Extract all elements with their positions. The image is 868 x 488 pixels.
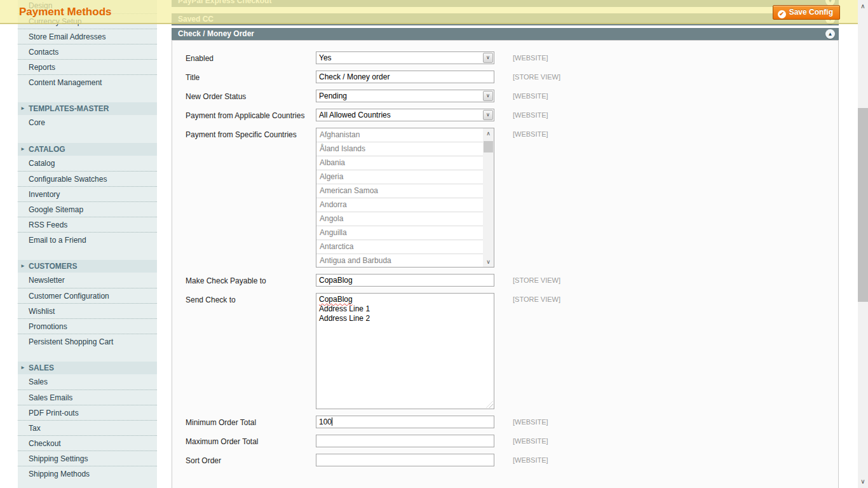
field-label: Title: [186, 71, 316, 83]
sidebar-item-list: NewsletterCustomer ConfigurationWishlist…: [18, 273, 157, 349]
scope-label: [STORE VIEW]: [513, 293, 560, 409]
sidebar-section-label: CATALOG: [29, 145, 65, 154]
sidebar-item-content-management[interactable]: Content Management: [18, 74, 157, 90]
maximum-order-total-input[interactable]: [316, 435, 494, 447]
sidebar-section-header[interactable]: ►CUSTOMERS: [18, 260, 157, 273]
config-form: EnabledYes∨[WEBSITE]TitleCheck / Money o…: [186, 51, 838, 466]
option-american-samoa[interactable]: American Samoa: [316, 184, 483, 198]
sidebar-item-shipping-methods[interactable]: Shipping Methods: [18, 466, 157, 481]
option-andorra[interactable]: Andorra: [316, 198, 483, 212]
option-algeria[interactable]: Algeria: [316, 170, 483, 184]
floating-header: Payment Methods ✔Save Config: [0, 0, 858, 24]
sidebar-section-label: TEMPLATES-MASTER: [29, 104, 109, 113]
option-antarctica[interactable]: Antarctica: [316, 240, 483, 254]
option-albania[interactable]: Albania: [316, 156, 483, 170]
sidebar-item-core[interactable]: Core: [18, 115, 157, 130]
scope-label: [WEBSITE]: [513, 51, 548, 64]
page-scrollbar[interactable]: ∧ ∨: [858, 0, 868, 488]
sidebar-section-header[interactable]: ►TEMPLATES-MASTER: [18, 102, 157, 115]
section-bar-check-money-order[interactable]: Check / Money Order ▲: [172, 28, 839, 40]
sidebar-item-newsletter[interactable]: Newsletter: [18, 273, 157, 288]
form-row-send-check-to: Send Check toCopaBlogAddress Line 1Addre…: [186, 293, 838, 409]
scope-label: [STORE VIEW]: [513, 274, 560, 287]
chevron-down-icon[interactable]: ∨: [483, 53, 493, 63]
enabled-select[interactable]: Yes∨: [316, 51, 494, 64]
sidebar-section-header[interactable]: ►CATALOG: [18, 143, 157, 156]
sidebar-item-list: Core: [18, 115, 157, 130]
sidebar-section-header[interactable]: ►SALES: [18, 362, 157, 374]
option--land-islands[interactable]: Åland Islands: [316, 142, 483, 156]
form-row-enabled: EnabledYes∨[WEBSITE]: [186, 51, 838, 64]
make-check-payable-to-input[interactable]: CopaBlog: [316, 274, 494, 287]
sidebar-section-label: SALES: [29, 363, 54, 372]
chevron-right-icon: ►: [20, 143, 25, 156]
sidebar-item-configurable-swatches[interactable]: Configurable Swatches: [18, 171, 157, 186]
sidebar-item-promotions[interactable]: Promotions: [18, 318, 157, 334]
field-control: CopaBlog: [316, 274, 494, 287]
sidebar-item-sales[interactable]: Sales: [18, 374, 157, 390]
save-config-button[interactable]: ✔Save Config: [773, 5, 840, 20]
form-row-sort-order: Sort Order[WEBSITE]: [186, 454, 838, 466]
save-config-label: Save Config: [789, 8, 833, 17]
scroll-up-icon[interactable]: ∧: [858, 2, 868, 11]
sidebar-item-contacts[interactable]: Contacts: [18, 44, 157, 59]
sidebar-item-sales-emails[interactable]: Sales Emails: [18, 390, 157, 405]
sidebar-item-list: CatalogConfigurable SwatchesInventoryGoo…: [18, 156, 157, 247]
new-order-status-select[interactable]: Pending∨: [316, 90, 494, 102]
scope-label: [STORE VIEW]: [513, 71, 560, 83]
sort-order-input[interactable]: [316, 454, 494, 466]
chevron-right-icon: ►: [20, 260, 25, 273]
sidebar-item-checkout[interactable]: Checkout: [18, 435, 157, 451]
magento-config-page: DesignCurrency SetupStore Email Addresse…: [0, 0, 868, 488]
form-row-payment-from-specific-countries: Payment from Specific CountriesAfghanist…: [186, 128, 838, 268]
check-circle-icon: ✔: [778, 10, 786, 18]
field-control: [316, 435, 494, 447]
option-afghanistan[interactable]: Afghanistan: [316, 128, 483, 142]
scrollbar-thumb[interactable]: [484, 141, 493, 152]
minimum-order-total-input[interactable]: 100: [316, 416, 494, 428]
field-label: Maximum Order Total: [186, 435, 316, 447]
form-row-make-check-payable-to: Make Check Payable toCopaBlog[STORE VIEW…: [186, 274, 838, 287]
sidebar-item-email-to-a-friend[interactable]: Email to a Friend: [18, 232, 157, 247]
scroll-down-icon[interactable]: ∨: [483, 257, 494, 267]
sidebar-item-rss-feeds[interactable]: RSS Feeds: [18, 217, 157, 232]
sidebar-item-tax[interactable]: Tax: [18, 420, 157, 435]
title-input[interactable]: Check / Money order: [316, 71, 494, 83]
sidebar-item-inventory[interactable]: Inventory: [18, 186, 157, 201]
sidebar: DesignCurrency SetupStore Email Addresse…: [18, 0, 157, 488]
sidebar-item-customer-configuration[interactable]: Customer Configuration: [18, 288, 157, 303]
sidebar-item-reports[interactable]: Reports: [18, 59, 157, 74]
chevron-down-icon[interactable]: ∨: [483, 110, 493, 120]
option-anguilla[interactable]: Anguilla: [316, 226, 483, 240]
textarea-line: CopaBlog: [319, 295, 491, 304]
textarea-line: Address Line 1: [319, 304, 491, 314]
sidebar-item-store-email-addresses[interactable]: Store Email Addresses: [18, 29, 157, 44]
form-row-new-order-status: New Order StatusPending∨[WEBSITE]: [186, 90, 838, 102]
scroll-down-icon[interactable]: ∨: [858, 477, 868, 486]
field-label: Enabled: [186, 51, 316, 64]
scroll-up-icon[interactable]: ∧: [483, 128, 494, 139]
sidebar-item-shipping-settings[interactable]: Shipping Settings: [18, 451, 157, 466]
multiselect-scrollbar[interactable]: ∧∨: [483, 128, 494, 267]
chevron-down-icon[interactable]: ∨: [483, 91, 493, 101]
payment-from-specific-countries-multiselect[interactable]: AfghanistanÅland IslandsAlbaniaAlgeriaAm…: [316, 128, 494, 268]
sidebar-item-wishlist[interactable]: Wishlist: [18, 303, 157, 318]
sidebar-item-persistent-shopping-cart[interactable]: Persistent Shopping Cart: [18, 334, 157, 349]
send-check-to-textarea[interactable]: CopaBlogAddress Line 1Address Line 2: [316, 293, 494, 409]
input-value: 100: [316, 416, 494, 428]
resize-handle-icon[interactable]: [486, 401, 493, 408]
payment-from-applicable-countries-select[interactable]: All Allowed Countries∨: [316, 109, 494, 121]
sidebar-item-catalog[interactable]: Catalog: [18, 156, 157, 171]
collapse-icon[interactable]: ▲: [825, 29, 835, 39]
select-value: Yes: [316, 52, 494, 64]
sidebar-item-google-sitemap[interactable]: Google Sitemap: [18, 201, 157, 217]
scrollbar-thumb[interactable]: [858, 108, 868, 302]
option-list: AfghanistanÅland IslandsAlbaniaAlgeriaAm…: [316, 128, 483, 268]
sidebar-item-list: SalesSales EmailsPDF Print-outsTaxChecko…: [18, 374, 157, 481]
option-angola[interactable]: Angola: [316, 212, 483, 226]
option-antigua-and-barbuda[interactable]: Antigua and Barbuda: [316, 254, 483, 268]
scope-label: [WEBSITE]: [513, 435, 548, 447]
scope-label: [WEBSITE]: [513, 109, 548, 121]
sidebar-item-pdf-print-outs[interactable]: PDF Print-outs: [18, 405, 157, 420]
chevron-right-icon: ►: [20, 102, 25, 115]
